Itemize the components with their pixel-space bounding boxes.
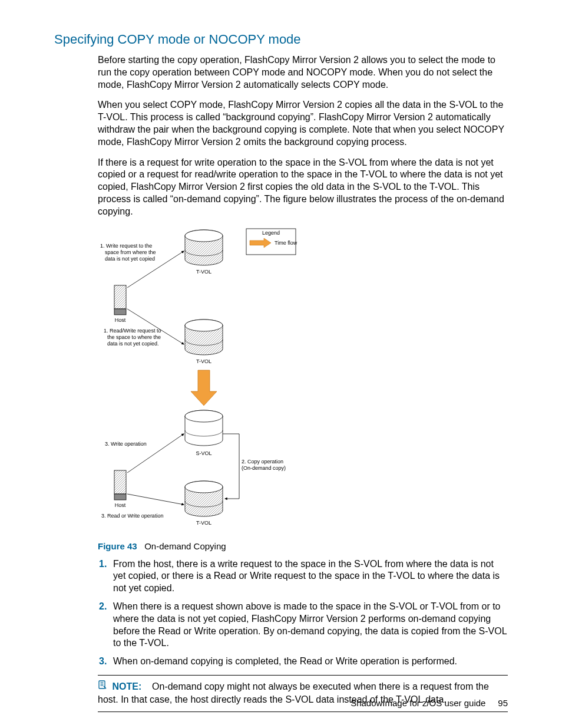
figure-diagram: Legend Time flow Host T-VOL [98,226,298,533]
write-request-l3: data is not yet copied [105,256,155,262]
write-op-label: 3. Write operation [105,441,147,447]
host-label-2: Host [115,502,126,508]
write-request-l1: 1. Write request to the [100,243,152,249]
svg-point-6 [185,230,223,242]
legend-timeflow: Time flow [275,240,297,246]
host-label-1: Host [115,317,126,323]
host-icon [114,285,126,315]
tvol-cylinder-3 [185,481,223,516]
read-request-l2: the space to where the [107,334,161,340]
list-item: When on-demand copying is completed, the… [111,655,508,668]
svol-label: S-VOL [196,450,211,456]
svg-rect-4 [114,309,126,315]
figure-title: On-demand Copying [144,541,226,551]
svg-line-18 [127,494,184,505]
figure-number: Figure 43 [98,541,137,551]
copy-op-l1: 2. Copy operation [242,459,283,465]
flow-arrow-icon [191,370,217,406]
page-footer: ShadowImage for z/OS user guide 95 [351,698,508,708]
paragraph-2: When you select COPY mode, FlashCopy Mir… [98,99,508,148]
svg-rect-11 [114,470,126,494]
tvol-label-1: T-VOL [196,269,211,275]
tvol-cylinder-2 [185,319,223,355]
paragraph-1: Before starting the copy operation, Flas… [98,54,508,91]
svg-rect-12 [114,494,126,500]
tvol-cylinder-top [185,230,223,265]
svol-cylinder [185,410,223,446]
svg-point-14 [185,410,223,422]
section-heading: Specifying COPY mode or NOCOPY mode [54,32,508,47]
list-item: When there is a request shown above is m… [111,601,508,650]
figure-steps-list: From the host, there is a write request … [98,558,508,668]
footer-title: ShadowImage for z/OS user guide [351,698,485,708]
read-request-l1: 1. Read/Write request to [104,328,161,334]
figure-43: Legend Time flow Host T-VOL [98,226,508,535]
svg-point-10 [185,319,223,331]
svg-rect-3 [114,285,126,309]
read-request-l3: data is not yet copied. [107,341,159,347]
svg-line-17 [127,434,184,473]
svg-rect-19 [99,681,105,689]
write-request-l2: space from where the [105,249,156,255]
list-item: From the host, there is a write request … [111,558,508,595]
tvol-label-3: T-VOL [196,520,211,526]
svg-marker-2 [250,238,271,248]
read-write-op-label: 3. Read or Write operation [101,513,163,519]
note-label: NOTE: [112,681,141,691]
note-icon [98,680,107,693]
legend-title: Legend [262,230,280,236]
host-icon-2 [114,470,126,500]
copy-op-l2: (On-demand copy) [242,465,286,471]
paragraph-3: If there is a request for write operatio… [98,157,508,218]
figure-caption: Figure 43 On-demand Copying [98,541,508,551]
footer-page-number: 95 [498,698,508,708]
tvol-label-2: T-VOL [196,358,211,364]
svg-point-16 [185,481,223,493]
